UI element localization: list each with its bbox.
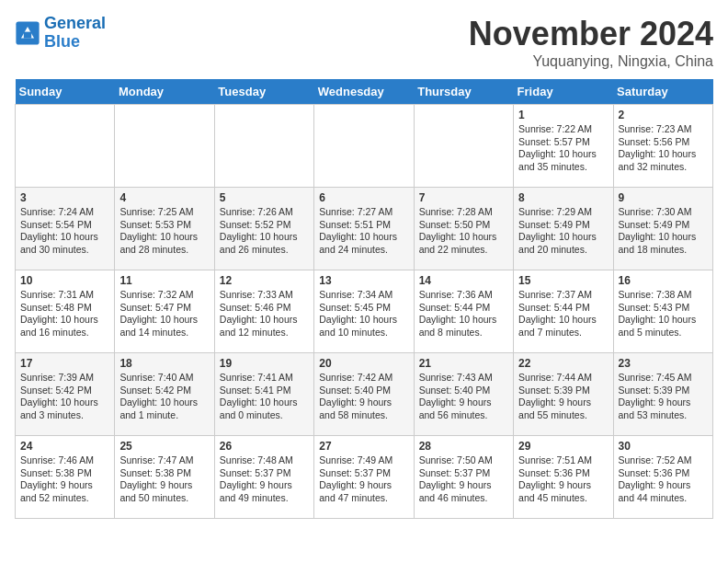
day-number: 25 (119, 440, 209, 453)
day-number: 22 (518, 357, 608, 370)
day-number: 4 (119, 191, 209, 204)
calendar-cell: 12Sunrise: 7:33 AMSunset: 5:46 PMDayligh… (214, 270, 313, 353)
day-number: 27 (319, 440, 408, 453)
day-info: Daylight: 10 hours and 8 minutes. (419, 314, 508, 339)
calendar-cell (314, 105, 414, 188)
day-info: Sunset: 5:42 PM (119, 385, 209, 397)
day-info: Daylight: 10 hours and 32 minutes. (619, 148, 708, 173)
calendar-cell (414, 105, 513, 188)
day-info: Sunrise: 7:48 AM (220, 454, 309, 467)
day-info: Daylight: 10 hours and 35 minutes. (518, 148, 608, 173)
weekday-header-thursday: Thursday (414, 79, 513, 105)
calendar-cell: 27Sunrise: 7:49 AMSunset: 5:37 PMDayligh… (314, 436, 414, 519)
day-info: Daylight: 9 hours and 58 minutes. (319, 396, 408, 421)
calendar-cell: 18Sunrise: 7:40 AMSunset: 5:42 PMDayligh… (115, 353, 214, 436)
calendar-cell: 10Sunrise: 7:31 AMSunset: 5:48 PMDayligh… (16, 270, 115, 353)
calendar-cell: 25Sunrise: 7:47 AMSunset: 5:38 PMDayligh… (115, 436, 214, 519)
day-number: 14 (419, 274, 508, 287)
weekday-header-row: SundayMondayTuesdayWednesdayThursdayFrid… (16, 79, 713, 105)
day-number: 2 (619, 109, 708, 121)
calendar-cell: 23Sunrise: 7:45 AMSunset: 5:39 PMDayligh… (613, 353, 712, 436)
calendar-cell: 26Sunrise: 7:48 AMSunset: 5:37 PMDayligh… (214, 436, 313, 519)
day-info: Daylight: 10 hours and 16 minutes. (20, 314, 109, 339)
calendar-cell: 30Sunrise: 7:52 AMSunset: 5:36 PMDayligh… (613, 436, 712, 519)
day-info: Sunset: 5:49 PM (619, 219, 708, 232)
day-number: 10 (20, 274, 109, 287)
day-info: Sunrise: 7:50 AM (419, 454, 508, 467)
calendar-cell: 4Sunrise: 7:25 AMSunset: 5:53 PMDaylight… (115, 188, 214, 270)
day-info: Daylight: 10 hours and 1 minute. (119, 396, 209, 421)
day-info: Daylight: 10 hours and 3 minutes. (20, 396, 109, 421)
day-number: 23 (619, 357, 708, 370)
day-info: Daylight: 10 hours and 12 minutes. (220, 314, 309, 339)
day-number: 15 (518, 274, 608, 287)
day-info: Daylight: 9 hours and 44 minutes. (619, 479, 708, 504)
day-info: Sunrise: 7:22 AM (518, 123, 608, 136)
day-number: 26 (220, 440, 309, 453)
day-info: Daylight: 10 hours and 28 minutes. (119, 231, 209, 256)
day-info: Sunset: 5:37 PM (319, 467, 408, 480)
logo: General Blue (15, 15, 106, 52)
week-row-1: 1Sunrise: 7:22 AMSunset: 5:57 PMDaylight… (16, 105, 713, 188)
day-info: Daylight: 10 hours and 22 minutes. (419, 231, 508, 256)
calendar-table: SundayMondayTuesdayWednesdayThursdayFrid… (15, 79, 713, 519)
day-info: Sunrise: 7:26 AM (220, 206, 309, 219)
day-info: Sunrise: 7:34 AM (319, 289, 408, 302)
day-info: Sunrise: 7:51 AM (518, 454, 608, 467)
day-info: Sunset: 5:46 PM (220, 302, 309, 315)
day-info: Sunrise: 7:23 AM (619, 123, 708, 136)
calendar-cell: 2Sunrise: 7:23 AMSunset: 5:56 PMDaylight… (613, 105, 712, 188)
day-info: Sunrise: 7:27 AM (319, 206, 408, 219)
day-number: 8 (518, 191, 608, 204)
day-info: Sunset: 5:38 PM (119, 467, 209, 480)
day-number: 17 (20, 357, 109, 370)
logo-line2: Blue (44, 32, 80, 51)
day-info: Sunset: 5:39 PM (619, 385, 708, 397)
day-info: Daylight: 10 hours and 5 minutes. (619, 314, 708, 339)
logo-text: General Blue (44, 15, 106, 52)
day-info: Daylight: 10 hours and 14 minutes. (119, 314, 209, 339)
day-info: Sunset: 5:51 PM (319, 219, 408, 232)
calendar-cell (115, 105, 214, 188)
day-number: 29 (518, 440, 608, 453)
day-info: Daylight: 10 hours and 18 minutes. (619, 231, 708, 256)
day-info: Sunset: 5:40 PM (319, 385, 408, 397)
logo-line1: General (44, 14, 106, 32)
day-info: Sunrise: 7:33 AM (220, 289, 309, 302)
calendar-cell: 7Sunrise: 7:28 AMSunset: 5:50 PMDaylight… (414, 188, 513, 270)
day-info: Sunset: 5:37 PM (419, 467, 508, 480)
day-info: Sunrise: 7:25 AM (119, 206, 209, 219)
day-info: Sunset: 5:37 PM (220, 467, 309, 480)
calendar-cell (214, 105, 313, 188)
day-info: Sunrise: 7:43 AM (419, 372, 508, 385)
day-info: Sunset: 5:53 PM (119, 219, 209, 232)
week-row-2: 3Sunrise: 7:24 AMSunset: 5:54 PMDaylight… (16, 188, 713, 270)
day-number: 19 (220, 357, 309, 370)
day-info: Sunrise: 7:31 AM (20, 289, 109, 302)
day-info: Daylight: 9 hours and 49 minutes. (220, 479, 309, 504)
day-number: 16 (619, 274, 708, 287)
day-info: Sunset: 5:36 PM (619, 467, 708, 480)
week-row-4: 17Sunrise: 7:39 AMSunset: 5:42 PMDayligh… (16, 353, 713, 436)
calendar-cell: 9Sunrise: 7:30 AMSunset: 5:49 PMDaylight… (613, 188, 712, 270)
day-info: Sunrise: 7:29 AM (518, 206, 608, 219)
day-info: Sunrise: 7:38 AM (619, 289, 708, 302)
day-info: Daylight: 9 hours and 55 minutes. (518, 396, 608, 421)
day-info: Sunset: 5:47 PM (119, 302, 209, 315)
calendar-cell: 5Sunrise: 7:26 AMSunset: 5:52 PMDaylight… (214, 188, 313, 270)
day-info: Daylight: 9 hours and 52 minutes. (20, 479, 109, 504)
weekday-header-wednesday: Wednesday (314, 79, 414, 105)
day-number: 24 (20, 440, 109, 453)
day-number: 21 (419, 357, 508, 370)
day-number: 6 (319, 191, 408, 204)
day-number: 18 (119, 357, 209, 370)
day-info: Sunset: 5:52 PM (220, 219, 309, 232)
day-info: Sunrise: 7:40 AM (119, 372, 209, 385)
day-number: 7 (419, 191, 508, 204)
location: Yuquanying, Ningxia, China (469, 53, 713, 70)
weekday-header-monday: Monday (115, 79, 214, 105)
calendar-cell: 16Sunrise: 7:38 AMSunset: 5:43 PMDayligh… (613, 270, 712, 353)
day-info: Sunset: 5:43 PM (619, 302, 708, 315)
day-info: Sunset: 5:44 PM (518, 302, 608, 315)
day-info: Sunset: 5:45 PM (319, 302, 408, 315)
